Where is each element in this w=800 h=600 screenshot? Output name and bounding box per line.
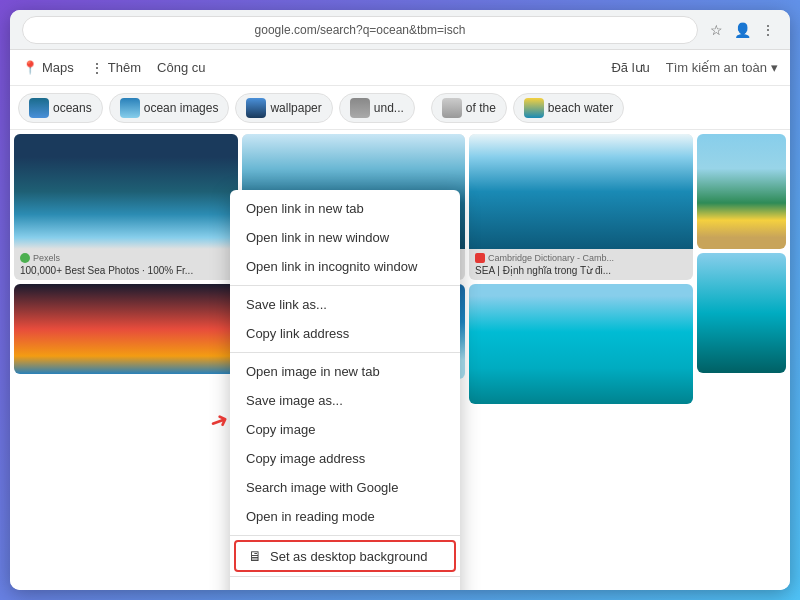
menu-open-new-tab[interactable]: Open link in new tab xyxy=(230,194,460,223)
chip-und-label: und... xyxy=(374,101,404,115)
image-source-3: Cambridge Dictionary - Camb... xyxy=(475,253,687,263)
menu-open-incognito[interactable]: Open link in incognito window xyxy=(230,252,460,281)
image-col-3: Cambridge Dictionary - Camb... SEA | Địn… xyxy=(469,134,693,586)
menu-save-image-label: Save image as... xyxy=(246,393,343,408)
chip-thumb-und xyxy=(350,98,370,118)
nav-more[interactable]: ⋮ Thêm xyxy=(90,60,141,76)
desktop-bg-icon: 🖥 xyxy=(248,548,262,564)
menu-open-reading[interactable]: Open in reading mode xyxy=(230,502,460,531)
menu-save-link-label: Save link as... xyxy=(246,297,327,312)
image-card-dark-ocean[interactable]: Pexels 100,000+ Best Sea Photos · 100% F… xyxy=(14,134,238,280)
location-icon: 📍 xyxy=(22,60,38,75)
nav-saved-label: Đã lưu xyxy=(611,60,649,75)
image-title-3: SEA | Định nghĩa trong Từ đi... xyxy=(475,265,687,276)
menu-divider-1 xyxy=(230,285,460,286)
chip-ocean-images[interactable]: ocean images xyxy=(109,93,230,123)
menu-set-desktop-bg-label: Set as desktop background xyxy=(270,549,428,564)
menu-search-image[interactable]: Search image with Google xyxy=(230,473,460,502)
menu-inspect[interactable]: Inspect xyxy=(230,581,460,590)
safe-search[interactable]: Tìm kiếm an toàn ▾ xyxy=(666,60,778,75)
menu-open-image-tab[interactable]: Open image in new tab xyxy=(230,357,460,386)
chip-ocean-images-label: ocean images xyxy=(144,101,219,115)
profile-icon[interactable]: 👤 xyxy=(732,20,752,40)
menu-open-new-window-label: Open link in new window xyxy=(246,230,389,245)
context-menu: Open link in new tab Open link in new wi… xyxy=(230,190,460,590)
chevron-down-icon: ▾ xyxy=(771,60,778,75)
image-card-cambridge[interactable]: Cambridge Dictionary - Camb... SEA | Địn… xyxy=(469,134,693,280)
image-caption-3: Cambridge Dictionary - Camb... SEA | Địn… xyxy=(469,249,693,280)
menu-search-image-label: Search image with Google xyxy=(246,480,398,495)
top-bar: google.com/search?q=ocean&tbm=isch ☆ 👤 ⋮ xyxy=(10,10,790,50)
chip-oceans[interactable]: oceans xyxy=(18,93,103,123)
chips-bar: oceans ocean images wallpaper und... of … xyxy=(10,86,790,130)
menu-copy-image-label: Copy image xyxy=(246,422,315,437)
menu-copy-image[interactable]: Copy image xyxy=(230,415,460,444)
nav-maps-label: Maps xyxy=(42,60,74,75)
menu-save-image[interactable]: Save image as... xyxy=(230,386,460,415)
image-card-beach[interactable] xyxy=(697,134,786,249)
menu-divider-2 xyxy=(230,352,460,353)
chip-thumb-wallpaper xyxy=(246,98,266,118)
menu-open-new-window[interactable]: Open link in new window xyxy=(230,223,460,252)
image-caption-1: Pexels 100,000+ Best Sea Photos · 100% F… xyxy=(14,249,238,280)
menu-set-desktop-bg[interactable]: 🖥 Set as desktop background xyxy=(234,540,456,572)
menu-copy-image-address-label: Copy image address xyxy=(246,451,365,466)
image-source-1: Pexels xyxy=(20,253,232,263)
nav-bar: 📍 Maps ⋮ Thêm Công cu Đã lưu Tìm kiếm an… xyxy=(10,50,790,86)
chip-of-the-label: of the xyxy=(466,101,496,115)
chip-beach-water[interactable]: beach water xyxy=(513,93,624,123)
menu-copy-image-address[interactable]: Copy image address xyxy=(230,444,460,473)
menu-inspect-label: Inspect xyxy=(246,588,288,590)
address-bar[interactable]: google.com/search?q=ocean&tbm=isch xyxy=(22,16,698,44)
menu-icon[interactable]: ⋮ xyxy=(758,20,778,40)
browser-window: google.com/search?q=ocean&tbm=isch ☆ 👤 ⋮… xyxy=(10,10,790,590)
bookmark-icon[interactable]: ☆ xyxy=(706,20,726,40)
chip-of-the[interactable]: of the xyxy=(431,93,507,123)
chip-thumb-beach-water xyxy=(524,98,544,118)
top-icons: ☆ 👤 ⋮ xyxy=(706,20,778,40)
chip-wallpaper-label: wallpaper xyxy=(270,101,321,115)
chip-wallpaper[interactable]: wallpaper xyxy=(235,93,332,123)
image-card-extra[interactable] xyxy=(697,253,786,373)
menu-save-link[interactable]: Save link as... xyxy=(230,290,460,319)
nav-tools[interactable]: Công cu xyxy=(157,60,205,75)
address-text: google.com/search?q=ocean&tbm=isch xyxy=(255,23,466,37)
image-card-sunset-ocean[interactable] xyxy=(14,284,238,374)
menu-open-reading-label: Open in reading mode xyxy=(246,509,375,524)
image-title-1: 100,000+ Best Sea Photos · 100% Fr... xyxy=(20,265,232,276)
image-col-1: Pexels 100,000+ Best Sea Photos · 100% F… xyxy=(14,134,238,586)
menu-divider-4 xyxy=(230,576,460,577)
chip-thumb-ocean-images xyxy=(120,98,140,118)
chip-und[interactable]: und... xyxy=(339,93,415,123)
chip-oceans-label: oceans xyxy=(53,101,92,115)
chip-beach-water-label: beach water xyxy=(548,101,613,115)
menu-divider-3 xyxy=(230,535,460,536)
chip-thumb-of-the xyxy=(442,98,462,118)
extra-ocean-thumb xyxy=(697,253,786,373)
image-col-4 xyxy=(697,134,786,586)
menu-open-incognito-label: Open link in incognito window xyxy=(246,259,417,274)
nav-tools-label: Công cu xyxy=(157,60,205,75)
image-card-turquoise[interactable] xyxy=(469,284,693,404)
menu-copy-link[interactable]: Copy link address xyxy=(230,319,460,348)
source-dot-1 xyxy=(20,253,30,263)
nav-more-label: Thêm xyxy=(108,60,141,75)
nav-saved[interactable]: Đã lưu xyxy=(611,60,649,75)
menu-open-image-tab-label: Open image in new tab xyxy=(246,364,380,379)
chip-thumb-oceans xyxy=(29,98,49,118)
menu-open-new-tab-label: Open link in new tab xyxy=(246,201,364,216)
menu-copy-link-label: Copy link address xyxy=(246,326,349,341)
source-dot-3 xyxy=(475,253,485,263)
nav-maps[interactable]: 📍 Maps xyxy=(22,60,74,75)
safe-search-label: Tìm kiếm an toàn xyxy=(666,60,767,75)
